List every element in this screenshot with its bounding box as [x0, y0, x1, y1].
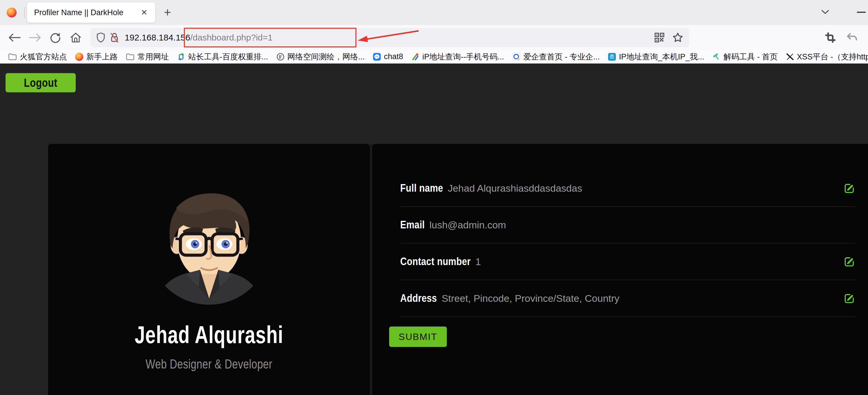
bookmark-star-icon[interactable]: [672, 32, 683, 43]
field-value: Jehad Alqurashiasddasdasdas: [448, 183, 582, 194]
tab-title: Profiler Name || DarkHole: [34, 8, 124, 17]
field-row-fullname: Full name Jehad Alqurashiasddasdasdas: [400, 170, 855, 207]
firefox-logo-icon: [7, 7, 17, 18]
tab-close-icon[interactable]: ✕: [138, 7, 150, 18]
aiqicha-icon: [513, 53, 521, 61]
back-button[interactable]: [7, 30, 22, 45]
chat8-icon: [373, 53, 381, 61]
bookmark-item[interactable]: iP地址查询--手机号码...: [407, 51, 508, 63]
bookmark-item[interactable]: 站长工具-百度权重排...: [173, 51, 272, 63]
submit-button[interactable]: SUBMIT: [389, 327, 447, 347]
edit-fullname-icon[interactable]: [843, 182, 855, 194]
bookmark-item[interactable]: 解码工具 - 首页: [708, 51, 782, 63]
field-row-email: Email lush@admin.com: [400, 207, 855, 244]
url-path: /dashboard.php?id=1: [190, 33, 273, 42]
screenshot-crop-icon[interactable]: [825, 32, 836, 43]
field-row-address: Address Street, Pincode, Province/State,…: [400, 280, 855, 317]
decoder-icon: [712, 53, 721, 61]
tab-separator: [24, 7, 25, 18]
profile-name: Jehad Alqurashi: [134, 321, 283, 349]
browser-tab[interactable]: Profiler Name || DarkHole ✕: [27, 2, 155, 23]
field-label: Contact number: [400, 255, 471, 268]
home-button[interactable]: [68, 30, 83, 45]
navigation-bar: 192.168.184.156/dashboard.php?id=1: [0, 25, 868, 50]
card-divider: [370, 144, 372, 395]
bookmark-item[interactable]: XSS平台 -（支持http...: [782, 51, 868, 63]
folder-icon: [8, 53, 17, 61]
insecure-lock-icon[interactable]: [110, 32, 119, 43]
details-panel: Full name Jehad Alqurashiasddasdasdas Em…: [372, 144, 868, 395]
folder-icon: [126, 53, 134, 61]
bookmark-item[interactable]: 查 IP地址查询_本机IP_我...: [604, 51, 708, 63]
field-value: Street, Pincode, Province/State, Country: [441, 293, 619, 304]
forward-button[interactable]: [27, 30, 42, 45]
new-tab-button[interactable]: +: [160, 5, 175, 20]
reload-button[interactable]: [48, 30, 63, 45]
fofa-icon: F: [276, 53, 285, 61]
svg-text:查: 查: [609, 54, 615, 60]
field-label: Address: [400, 292, 437, 305]
ip-query-icon: [411, 53, 420, 61]
profile-card: Jehad Alqurashi Web Designer & Developer…: [48, 144, 868, 395]
profile-role: Web Designer & Developer: [146, 357, 272, 371]
url-text[interactable]: 192.168.184.156/dashboard.php?id=1: [125, 33, 273, 42]
field-row-contact: Contact number 1: [400, 244, 855, 280]
edit-address-icon[interactable]: [843, 293, 855, 304]
field-label: Email: [400, 218, 425, 231]
edit-contact-icon[interactable]: [843, 256, 855, 267]
bookmark-item[interactable]: 火狐官方站点: [4, 51, 71, 63]
avatar: [148, 182, 270, 305]
tab-bar: Profiler Name || DarkHole ✕ +: [0, 0, 868, 25]
firefox-icon: [75, 53, 83, 61]
bookmark-item[interactable]: chat8: [369, 51, 407, 63]
url-bar[interactable]: 192.168.184.156/dashboard.php?id=1: [90, 28, 689, 47]
svg-text:F: F: [279, 54, 282, 60]
profile-panel: Jehad Alqurashi Web Designer & Developer: [48, 144, 370, 395]
webmaster-tools-icon: [177, 53, 185, 61]
shield-permissions-icon[interactable]: [96, 32, 105, 43]
logout-label: Logout: [24, 76, 57, 90]
xss-icon: [786, 53, 794, 61]
bookmark-item[interactable]: 新手上路: [71, 51, 122, 63]
page-content: Logout: [0, 63, 868, 395]
bookmark-item[interactable]: 常用网址: [122, 51, 173, 63]
list-tabs-chevron-icon[interactable]: [820, 9, 830, 16]
qr-code-icon[interactable]: [654, 32, 665, 43]
browser-window: Profiler Name || DarkHole ✕ +: [0, 0, 868, 395]
bookmark-item[interactable]: F 网络空间测绘，网络...: [272, 51, 369, 63]
field-label: Full name: [400, 182, 443, 194]
field-value: lush@admin.com: [429, 219, 506, 231]
bookmark-item[interactable]: 爱企查首页 - 专业企...: [508, 51, 604, 63]
logout-button[interactable]: Logout: [5, 73, 76, 92]
ip138-icon: 查: [608, 53, 616, 61]
bookmarks-bar: 火狐官方站点 新手上路 常用网址 站长工具-百度权重排... F 网络空间测绘，…: [0, 50, 868, 63]
field-value: 1: [475, 256, 481, 267]
undo-icon[interactable]: [846, 32, 858, 43]
url-host: 192.168.184.156: [125, 33, 190, 42]
window-minimize-button[interactable]: [857, 12, 866, 13]
